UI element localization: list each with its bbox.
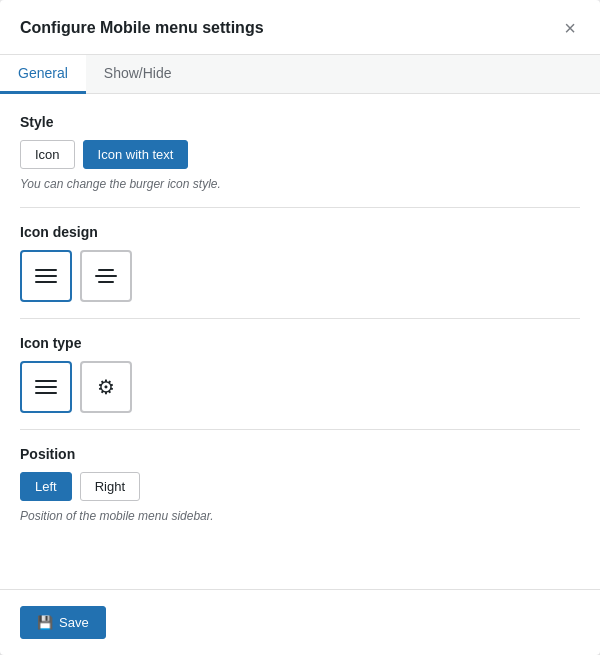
- modal-title: Configure Mobile menu settings: [20, 19, 264, 37]
- style-section-title: Style: [20, 114, 580, 130]
- position-section: Position Left Right Position of the mobi…: [20, 446, 580, 523]
- modal-header: Configure Mobile menu settings ×: [0, 0, 600, 55]
- position-button-group: Left Right: [20, 472, 580, 501]
- hamburger-full-icon: [35, 269, 57, 283]
- hamburger-narrow-icon: [95, 269, 117, 283]
- icon-design-title: Icon design: [20, 224, 580, 240]
- modal: Configure Mobile menu settings × General…: [0, 0, 600, 655]
- close-button[interactable]: ×: [560, 16, 580, 40]
- save-label: Save: [59, 615, 89, 630]
- icon-type-section: Icon type ⚙: [20, 335, 580, 413]
- hamburger-icon: [35, 380, 57, 394]
- modal-footer: 💾 Save: [0, 589, 600, 655]
- position-hint: Position of the mobile menu sidebar.: [20, 509, 580, 523]
- style-hint: You can change the burger icon style.: [20, 177, 580, 191]
- tab-show-hide[interactable]: Show/Hide: [86, 55, 190, 94]
- style-button-group: Icon Icon with text: [20, 140, 580, 169]
- icon-design-full-button[interactable]: [20, 250, 72, 302]
- gear-icon: ⚙: [97, 375, 115, 399]
- style-icon-button[interactable]: Icon: [20, 140, 75, 169]
- style-icon-with-text-button[interactable]: Icon with text: [83, 140, 189, 169]
- icon-type-gear-button[interactable]: ⚙: [80, 361, 132, 413]
- divider-2: [20, 318, 580, 319]
- tabs-bar: General Show/Hide: [0, 55, 600, 94]
- modal-body: Style Icon Icon with text You can change…: [0, 94, 600, 589]
- position-title: Position: [20, 446, 580, 462]
- icon-type-title: Icon type: [20, 335, 580, 351]
- icon-design-options: [20, 250, 580, 302]
- icon-type-options: ⚙: [20, 361, 580, 413]
- divider-3: [20, 429, 580, 430]
- icon-type-hamburger-button[interactable]: [20, 361, 72, 413]
- icon-design-section: Icon design: [20, 224, 580, 302]
- style-section: Style Icon Icon with text You can change…: [20, 114, 580, 191]
- icon-design-narrow-button[interactable]: [80, 250, 132, 302]
- save-button[interactable]: 💾 Save: [20, 606, 106, 639]
- position-left-button[interactable]: Left: [20, 472, 72, 501]
- divider-1: [20, 207, 580, 208]
- position-right-button[interactable]: Right: [80, 472, 140, 501]
- tab-general[interactable]: General: [0, 55, 86, 94]
- save-icon: 💾: [37, 615, 53, 630]
